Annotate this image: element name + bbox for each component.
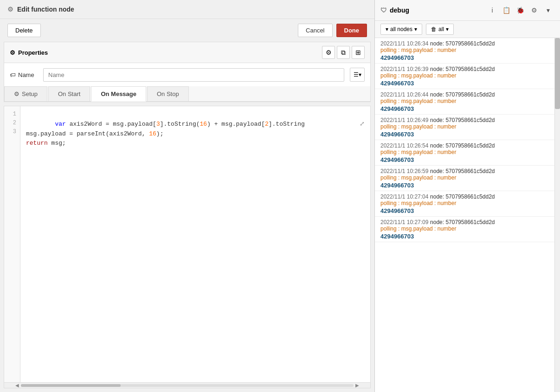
filter-nodes-label: all nodes bbox=[390, 26, 412, 32]
log-timestamp: 2022/11/1 10:26:34 bbox=[380, 40, 428, 47]
log-node: node: 5707958661c5dd2d bbox=[430, 40, 495, 47]
log-value: 4294966703 bbox=[380, 131, 549, 138]
tag-icon: 🏷 bbox=[10, 71, 16, 78]
properties-section: ⚙ Properties ⚙ ⧉ ⊞ 🏷 Name ☰▾ ⚙ Setup bbox=[4, 42, 371, 102]
name-suffix-button[interactable]: ☰▾ bbox=[350, 68, 365, 82]
debug-scrollbar[interactable] bbox=[554, 38, 560, 392]
code-scrollbar[interactable]: ◀ ▶ bbox=[4, 382, 370, 388]
properties-label: Properties bbox=[18, 49, 48, 56]
log-node: node: 5707958661c5dd2d bbox=[430, 219, 495, 225]
log-label: polling : msg.payload : number bbox=[380, 72, 549, 79]
log-label: polling : msg.payload : number bbox=[380, 200, 549, 206]
filter-all-button[interactable]: 🗑 all ▾ bbox=[426, 24, 454, 35]
filter-all-label: all bbox=[438, 26, 444, 32]
log-node: node: 5707958661c5dd2d bbox=[430, 91, 495, 98]
scrollbar-track[interactable] bbox=[21, 384, 354, 387]
log-value: 4294966703 bbox=[380, 105, 549, 112]
debug-more-button[interactable]: ▾ bbox=[541, 4, 554, 17]
filter-icon: ▾ bbox=[386, 26, 388, 32]
log-timestamp: 2022/11/1 10:27:09 bbox=[380, 219, 428, 225]
tabs-container: ⚙ Setup On Start On Message On Stop bbox=[4, 86, 370, 102]
log-value: 4294966703 bbox=[380, 233, 549, 240]
log-timestamp: 2022/11/1 10:26:49 bbox=[380, 117, 428, 123]
debug-filters: ▾ all nodes ▾ 🗑 all ▾ bbox=[375, 21, 560, 38]
log-label: polling : msg.payload : number bbox=[380, 47, 549, 53]
right-panel: 🛡 debug i 📋 🐞 ⚙ ▾ ▾ all nodes ▾ 🗑 all ▾ … bbox=[375, 0, 560, 392]
code-content[interactable]: var axis2Word = msg.payload[3].toString(… bbox=[20, 106, 370, 382]
log-timestamp: 2022/11/1 10:26:59 bbox=[380, 168, 428, 174]
debug-header: 🛡 debug i 📋 🐞 ⚙ ▾ bbox=[375, 0, 560, 21]
done-button[interactable]: Done bbox=[336, 24, 367, 37]
code-editor: 1 2 3 var axis2Word = msg.payload[3].toS… bbox=[4, 106, 371, 388]
log-timestamp: 2022/11/1 10:26:39 bbox=[380, 66, 428, 72]
tab-on-stop[interactable]: On Stop bbox=[147, 86, 189, 101]
name-input[interactable] bbox=[43, 68, 344, 82]
page-title: Edit function node bbox=[17, 6, 74, 13]
debug-header-icons: i 📋 🐞 ⚙ ▾ bbox=[486, 4, 554, 17]
properties-copy-button[interactable]: ⧉ bbox=[337, 46, 350, 59]
tab-on-start[interactable]: On Start bbox=[48, 86, 90, 101]
toolbar-right: Cancel Done bbox=[298, 24, 367, 37]
properties-header-left: ⚙ Properties bbox=[10, 49, 48, 56]
cancel-button[interactable]: Cancel bbox=[298, 24, 332, 37]
properties-settings-button[interactable]: ⚙ bbox=[322, 46, 335, 59]
log-entry[interactable]: 2022/11/1 10:26:44 node: 5707958661c5dd2… bbox=[375, 89, 554, 115]
gear-icon-title: ⚙ bbox=[7, 6, 13, 13]
log-entry[interactable]: 2022/11/1 10:27:04 node: 5707958661c5dd2… bbox=[375, 191, 554, 217]
log-timestamp: 2022/11/1 10:27:04 bbox=[380, 193, 428, 200]
tab-setup-gear-icon: ⚙ bbox=[14, 90, 19, 97]
log-node: node: 5707958661c5dd2d bbox=[430, 117, 495, 123]
code-area[interactable]: 1 2 3 var axis2Word = msg.payload[3].toS… bbox=[4, 106, 370, 382]
filter-all-chevron: ▾ bbox=[446, 26, 449, 32]
log-value: 4294966703 bbox=[380, 156, 549, 163]
log-timestamp: 2022/11/1 10:26:44 bbox=[380, 91, 428, 98]
panel-title: ⚙ Edit function node bbox=[0, 0, 374, 19]
name-label-container: 🏷 Name bbox=[10, 71, 38, 78]
tab-on-message[interactable]: On Message bbox=[91, 86, 146, 102]
log-node: node: 5707958661c5dd2d bbox=[430, 66, 495, 72]
log-label: polling : msg.payload : number bbox=[380, 174, 549, 181]
log-timestamp: 2022/11/1 10:26:54 bbox=[380, 142, 428, 149]
name-row: 🏷 Name ☰▾ bbox=[4, 63, 370, 86]
log-node: node: 5707958661c5dd2d bbox=[430, 142, 495, 149]
log-value: 4294966703 bbox=[380, 80, 549, 87]
delete-button[interactable]: Delete bbox=[7, 24, 41, 37]
debug-log[interactable]: 2022/11/1 10:26:34 node: 5707958661c5dd2… bbox=[375, 38, 554, 392]
log-label: polling : msg.payload : number bbox=[380, 225, 549, 232]
log-entry[interactable]: 2022/11/1 10:26:39 node: 5707958661c5dd2… bbox=[375, 64, 554, 89]
debug-title-text: debug bbox=[390, 6, 409, 14]
name-label-text: Name bbox=[18, 71, 34, 78]
tab-on-message-label: On Message bbox=[101, 90, 136, 97]
debug-gear-button[interactable]: ⚙ bbox=[528, 4, 541, 17]
debug-title: 🛡 debug bbox=[380, 6, 482, 14]
toolbar: Delete Cancel Done bbox=[0, 19, 374, 42]
debug-settings-button2[interactable]: 🐞 bbox=[514, 4, 527, 17]
tab-setup[interactable]: ⚙ Setup bbox=[4, 86, 47, 101]
left-panel: ⚙ Edit function node Delete Cancel Done … bbox=[0, 0, 375, 392]
log-node: node: 5707958661c5dd2d bbox=[430, 168, 495, 174]
properties-header: ⚙ Properties ⚙ ⧉ ⊞ bbox=[4, 42, 370, 63]
log-value: 4294966703 bbox=[380, 182, 549, 189]
log-entry[interactable]: 2022/11/1 10:26:59 node: 5707958661c5dd2… bbox=[375, 166, 554, 191]
log-label: polling : msg.payload : number bbox=[380, 98, 549, 104]
properties-header-icons: ⚙ ⧉ ⊞ bbox=[322, 46, 365, 59]
scroll-right-arrow[interactable]: ▶ bbox=[354, 383, 361, 388]
scrollbar-thumb[interactable] bbox=[21, 384, 121, 387]
log-entry[interactable]: 2022/11/1 10:26:34 node: 5707958661c5dd2… bbox=[375, 38, 554, 64]
log-entry[interactable]: 2022/11/1 10:27:09 node: 5707958661c5dd2… bbox=[375, 217, 554, 242]
debug-content-wrap: 2022/11/1 10:26:34 node: 5707958661c5dd2… bbox=[375, 38, 560, 392]
filter-nodes-button[interactable]: ▾ all nodes ▾ bbox=[380, 24, 422, 35]
log-entry[interactable]: 2022/11/1 10:26:49 node: 5707958661c5dd2… bbox=[375, 115, 554, 140]
log-value: 4294966703 bbox=[380, 54, 549, 61]
log-entry[interactable]: 2022/11/1 10:26:54 node: 5707958661c5dd2… bbox=[375, 140, 554, 166]
debug-bug-icon: 🛡 bbox=[380, 6, 387, 14]
scroll-left-arrow[interactable]: ◀ bbox=[13, 383, 21, 388]
properties-gear-icon: ⚙ bbox=[10, 49, 15, 56]
properties-expand-button[interactable]: ⊞ bbox=[352, 46, 365, 59]
debug-info-button[interactable]: i bbox=[486, 4, 499, 17]
log-node: node: 5707958661c5dd2d bbox=[430, 193, 495, 200]
filter-nodes-chevron: ▾ bbox=[414, 26, 417, 32]
trash-icon: 🗑 bbox=[431, 26, 437, 32]
debug-book-button[interactable]: 📋 bbox=[500, 4, 513, 17]
line-numbers: 1 2 3 bbox=[4, 106, 20, 382]
